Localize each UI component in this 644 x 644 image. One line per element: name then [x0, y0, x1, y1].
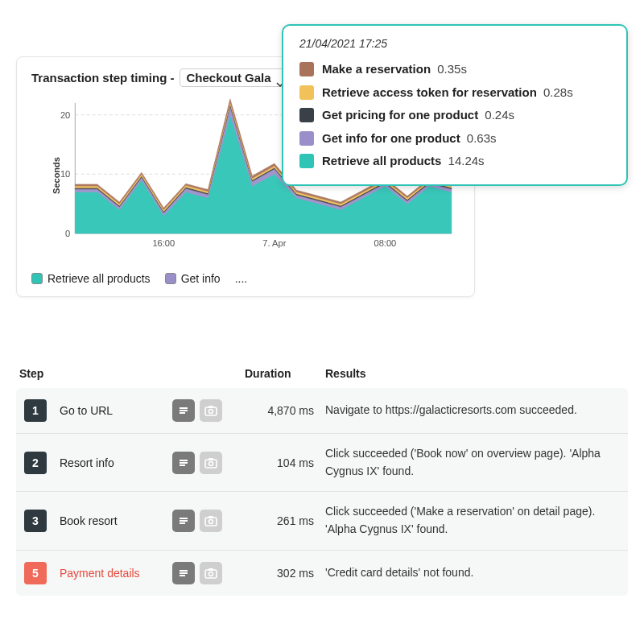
step-name[interactable]: Book resort [60, 514, 172, 527]
screenshot-icon-button[interactable] [200, 399, 222, 422]
step-duration: 4,870 ms [245, 404, 325, 417]
y-axis-label: Seconds [52, 157, 61, 194]
svg-text:20: 20 [60, 110, 70, 120]
svg-rect-24 [180, 522, 185, 524]
log-icon-button[interactable] [172, 399, 195, 422]
step-number-badge: 2 [24, 452, 47, 474]
svg-rect-13 [205, 407, 217, 415]
svg-rect-29 [180, 572, 188, 574]
chart-legend: Retrieve all products Get info .... [31, 272, 460, 285]
legend-item[interactable]: Get info [165, 272, 221, 285]
step-name[interactable]: Payment details [60, 567, 172, 580]
step-duration: 261 ms [245, 514, 325, 527]
tooltip-swatch [299, 154, 314, 168]
tooltip-swatch [299, 62, 314, 76]
svg-point-33 [209, 572, 213, 576]
step-results: 'Credit card details' not found. [325, 564, 625, 582]
legend-item[interactable]: Retrieve all products [31, 272, 151, 285]
table-header-row: Step Duration Results [16, 362, 628, 388]
screenshot-icon-button[interactable] [200, 452, 222, 474]
tooltip-row: Retrieve access token for reservation 0.… [299, 81, 610, 105]
svg-rect-23 [180, 520, 188, 522]
svg-rect-12 [180, 412, 185, 414]
tooltip-value: 0.35s [434, 62, 467, 76]
step-number-badge: 5 [24, 562, 47, 584]
chart-title-prefix: Transaction step timing - [31, 71, 175, 85]
svg-rect-30 [180, 575, 185, 576]
svg-point-27 [209, 520, 213, 524]
table-body: 1Go to URL4,870 msNavigate to https://ga… [16, 388, 628, 596]
th-step: Step [19, 367, 60, 380]
step-results: Click succeeded ('Book now' on overview … [325, 445, 625, 480]
step-results: Click succeeded ('Make a reservation' on… [325, 503, 625, 538]
th-duration: Duration [245, 367, 325, 380]
tooltip-timestamp: 21/04/2021 17:25 [299, 37, 610, 50]
tooltip-label: Get pricing for one product [322, 108, 478, 122]
tooltip-value: 0.24s [481, 108, 514, 122]
tooltip-label: Make a reservation [322, 62, 431, 76]
svg-rect-32 [208, 568, 213, 571]
legend-label: Get info [181, 272, 221, 285]
svg-rect-28 [180, 570, 188, 572]
step-name[interactable]: Resort info [60, 456, 172, 469]
svg-rect-20 [208, 458, 213, 460]
svg-rect-25 [205, 518, 217, 526]
step-results: Navigate to https://galacticresorts.com … [325, 402, 625, 419]
svg-rect-11 [180, 410, 188, 411]
step-number-badge: 3 [24, 510, 47, 532]
chart-tooltip: 21/04/2021 17:25 Make a reservation 0.35… [282, 24, 628, 186]
table-row: 5Payment details302 ms'Credit card detai… [16, 551, 628, 596]
log-icon-button[interactable] [172, 510, 195, 532]
tooltip-row: Retrieve all products 14.24s [299, 150, 610, 173]
tooltip-value: 14.24s [444, 154, 484, 167]
chart-filter-dropdown[interactable]: Checkout Gala [180, 68, 291, 87]
log-icon-button[interactable] [172, 562, 195, 584]
table-row: 1Go to URL4,870 msNavigate to https://ga… [16, 388, 628, 434]
legend-label: Retrieve all products [47, 272, 151, 285]
screenshot-icon-button[interactable] [200, 510, 222, 532]
step-duration: 302 ms [245, 567, 325, 580]
th-results: Results [325, 367, 628, 380]
svg-rect-22 [180, 518, 188, 519]
svg-rect-19 [205, 460, 217, 468]
svg-rect-26 [208, 516, 213, 518]
tooltip-swatch [299, 85, 314, 100]
tooltip-swatch [299, 131, 314, 146]
svg-rect-14 [208, 406, 213, 408]
svg-rect-17 [180, 462, 188, 464]
svg-text:16:00: 16:00 [152, 238, 175, 248]
legend-swatch [31, 273, 43, 284]
legend-swatch [165, 273, 176, 284]
tooltip-label: Retrieve access token for reservation [322, 85, 537, 99]
step-number-badge: 1 [24, 399, 47, 422]
tooltip-row: Get pricing for one product 0.24s [299, 104, 610, 127]
table-row: 3Book resort261 msClick succeeded ('Make… [16, 492, 628, 550]
svg-text:0: 0 [65, 229, 70, 238]
chart-filter-label: Checkout Gala [187, 71, 271, 85]
svg-rect-10 [180, 407, 188, 409]
tooltip-row: Get info for one product 0.63s [299, 127, 610, 151]
tooltip-swatch [299, 108, 314, 122]
svg-point-15 [209, 410, 213, 414]
tooltip-label: Retrieve all products [322, 154, 441, 167]
svg-point-21 [209, 461, 213, 465]
legend-more[interactable]: .... [235, 272, 248, 285]
steps-table: Step Duration Results 1Go to URL4,870 ms… [16, 362, 628, 596]
log-icon-button[interactable] [172, 452, 195, 474]
svg-text:10: 10 [60, 169, 70, 179]
svg-rect-18 [180, 464, 185, 466]
table-row: 2Resort info104 msClick succeeded ('Book… [16, 434, 628, 492]
screenshot-icon-button[interactable] [200, 562, 222, 584]
svg-text:7. Apr: 7. Apr [262, 238, 286, 248]
tooltip-row: Make a reservation 0.35s [299, 58, 610, 81]
tooltip-label: Get info for one product [322, 131, 460, 145]
tooltip-value: 0.28s [540, 85, 573, 99]
tooltip-value: 0.63s [464, 131, 497, 145]
svg-rect-31 [205, 570, 217, 578]
step-duration: 104 ms [245, 456, 325, 469]
svg-text:08:00: 08:00 [374, 238, 396, 248]
step-name[interactable]: Go to URL [60, 404, 172, 417]
svg-rect-16 [180, 460, 188, 461]
